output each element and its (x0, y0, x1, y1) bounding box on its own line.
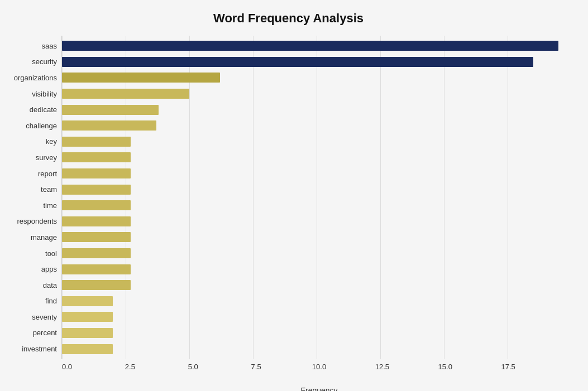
bar-row (62, 182, 571, 197)
chart-area: saassecurityorganizationsvisibilitydedic… (6, 36, 571, 359)
bar-row (62, 230, 571, 244)
bar (62, 41, 558, 51)
bars-and-grid (61, 36, 571, 359)
chart-title: Word Frequency Analysis (6, 11, 571, 26)
bar-row (62, 103, 571, 117)
y-label: challenge (26, 118, 57, 133)
x-tick-label: 0.0 (62, 363, 72, 371)
bar-row (62, 342, 571, 356)
y-label: find (45, 294, 57, 308)
y-label: percent (33, 326, 57, 340)
y-label: survey (36, 150, 57, 165)
y-label: security (32, 55, 57, 69)
bar (62, 89, 189, 99)
bar-row (62, 262, 571, 277)
bar-row (62, 70, 571, 85)
x-tick-label: 12.5 (375, 363, 389, 371)
bar (62, 152, 131, 162)
bar (62, 120, 156, 131)
bar-row (62, 310, 571, 324)
y-axis: saassecurityorganizationsvisibilitydedic… (6, 36, 61, 359)
bar (62, 200, 131, 210)
y-label: report (38, 166, 57, 181)
bar (62, 185, 131, 195)
bar (62, 296, 113, 306)
bars-column (62, 36, 571, 359)
y-label: visibility (32, 86, 57, 101)
bar (62, 73, 220, 83)
x-axis-labels: 0.02.55.07.510.012.515.017.5 (67, 363, 571, 374)
y-label: tool (45, 246, 57, 260)
y-label: apps (41, 262, 57, 277)
bar (62, 248, 131, 258)
bar-row (62, 118, 571, 133)
y-label: seventy (32, 310, 57, 324)
bar-row (62, 55, 571, 69)
y-label: saas (42, 38, 57, 53)
y-label: investment (22, 342, 57, 356)
y-label: respondents (17, 214, 57, 229)
chart-container: Word Frequency Analysis saassecurityorga… (0, 0, 588, 391)
bar-row (62, 86, 571, 101)
y-label: data (43, 278, 57, 292)
x-tick-label: 2.5 (125, 363, 135, 371)
bar (62, 105, 159, 115)
x-tick-label: 15.0 (438, 363, 452, 371)
y-label: team (41, 182, 57, 197)
bar-row (62, 198, 571, 213)
x-axis-title: Frequency (67, 386, 571, 391)
bar (62, 264, 131, 274)
bar (62, 137, 131, 147)
bar (62, 280, 131, 290)
bar-row (62, 294, 571, 308)
bar (62, 328, 113, 338)
x-tick-label: 10.0 (312, 363, 326, 371)
x-tick-label: 17.5 (501, 363, 515, 371)
bar (62, 344, 113, 354)
bar (62, 216, 131, 226)
y-label: dedicate (30, 103, 57, 117)
y-label: manage (31, 230, 57, 244)
bar-row (62, 150, 571, 165)
bar-row (62, 166, 571, 181)
y-label: key (46, 134, 57, 149)
y-label: time (43, 198, 57, 213)
bar-row (62, 326, 571, 340)
x-tick-label: 5.0 (188, 363, 198, 371)
bar (62, 168, 131, 178)
bar-row (62, 246, 571, 260)
y-label: organizations (14, 70, 57, 85)
bar (62, 57, 533, 67)
bar (62, 232, 131, 242)
bar-row (62, 278, 571, 292)
bar-row (62, 134, 571, 149)
bar-row (62, 38, 571, 53)
x-tick-label: 7.5 (251, 363, 261, 371)
bar (62, 312, 113, 322)
bar-row (62, 214, 571, 229)
